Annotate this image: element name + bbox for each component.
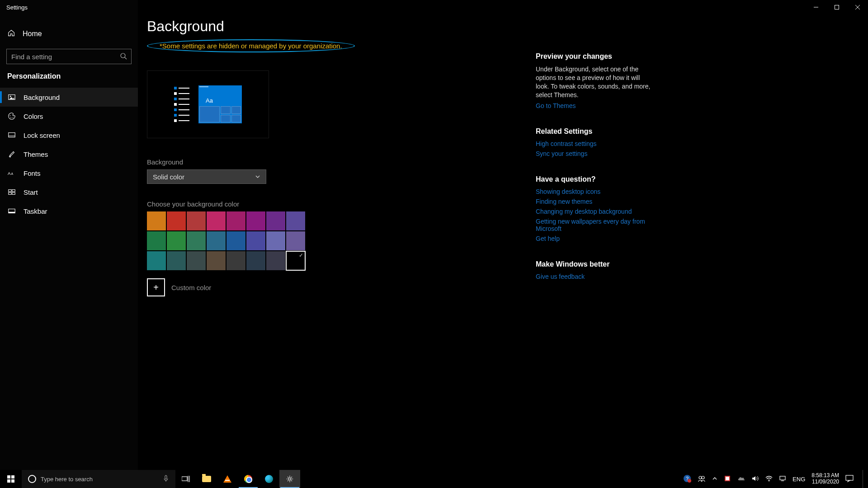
security-tray-icon[interactable]: [724, 475, 731, 483]
search-input[interactable]: [6, 49, 132, 64]
color-swatch[interactable]: [246, 211, 265, 230]
mic-icon[interactable]: [163, 475, 169, 483]
svg-point-33: [699, 476, 702, 479]
color-swatch[interactable]: [286, 211, 305, 230]
maximize-button[interactable]: [826, 0, 847, 14]
nav-label: Colors: [24, 113, 43, 120]
nav-label: Taskbar: [24, 207, 47, 215]
language-indicator[interactable]: ENG: [793, 476, 805, 483]
nav-item-taskbar[interactable]: Taskbar: [0, 202, 138, 221]
color-swatch[interactable]: [246, 231, 265, 250]
color-swatch[interactable]: [207, 251, 226, 270]
help-tray-icon[interactable]: ?: [683, 474, 691, 484]
custom-color-button[interactable]: +: [147, 278, 165, 296]
color-swatch[interactable]: [226, 211, 245, 230]
nav-item-colors[interactable]: Colors: [0, 107, 138, 126]
background-dropdown[interactable]: Solid color: [147, 169, 266, 184]
background-label: Background: [147, 158, 536, 166]
taskbar-clock[interactable]: 8:58:13 AM 11/09/2020: [811, 473, 839, 485]
color-swatch[interactable]: [147, 251, 166, 270]
main-area: Background *Some settings are hidden or …: [138, 0, 868, 470]
nav-item-lockscreen[interactable]: Lock screen: [0, 126, 138, 145]
nav-item-start[interactable]: Start: [0, 183, 138, 202]
color-swatch-grid: [147, 211, 305, 270]
help-link[interactable]: Get help: [536, 235, 653, 242]
color-swatch[interactable]: [286, 231, 305, 250]
window-title: Settings: [6, 4, 28, 11]
svg-rect-25: [165, 475, 167, 479]
svg-point-37: [769, 480, 769, 481]
color-swatch[interactable]: [207, 211, 226, 230]
svg-rect-20: [9, 212, 15, 213]
color-swatch[interactable]: [147, 231, 166, 250]
preview-text: Under Background, select one of the opti…: [536, 65, 653, 99]
color-swatch[interactable]: [286, 251, 305, 270]
feedback-link[interactable]: Give us feedback: [536, 273, 653, 280]
close-button[interactable]: [847, 0, 868, 14]
tray-chevron-icon[interactable]: [712, 476, 717, 483]
org-warning: *Some settings are hidden or managed by …: [147, 39, 355, 52]
svg-rect-21: [7, 475, 10, 479]
chrome-button[interactable]: [238, 470, 259, 488]
go-to-themes-link[interactable]: Go to Themes: [536, 102, 653, 109]
color-swatch[interactable]: [167, 231, 186, 250]
network-tray-icon[interactable]: [779, 475, 786, 483]
minimize-button[interactable]: [806, 0, 826, 14]
search-box[interactable]: [6, 49, 132, 64]
help-link[interactable]: Showing desktop icons: [536, 188, 653, 195]
svg-rect-36: [726, 477, 729, 480]
settings-button[interactable]: [279, 470, 300, 488]
people-tray-icon[interactable]: [698, 474, 706, 484]
chevron-down-icon: [255, 173, 260, 181]
svg-text:A: A: [11, 172, 14, 175]
home-button[interactable]: Home: [0, 24, 138, 43]
edge-icon: [265, 475, 273, 483]
page-title: Background: [147, 18, 536, 35]
volume-tray-icon[interactable]: [752, 475, 759, 483]
color-swatch[interactable]: [266, 211, 285, 230]
sync-settings-link[interactable]: Sync your settings: [536, 150, 653, 157]
action-center-icon[interactable]: [845, 475, 854, 483]
task-view-button[interactable]: [175, 470, 196, 488]
nav-item-themes[interactable]: Themes: [0, 145, 138, 164]
taskbar-search[interactable]: Type here to search: [22, 470, 175, 488]
color-swatch[interactable]: [167, 251, 186, 270]
nav-item-fonts[interactable]: AA Fonts: [0, 164, 138, 183]
nav-item-background[interactable]: Background: [0, 88, 138, 107]
wifi-tray-icon[interactable]: [765, 475, 773, 483]
show-desktop-button[interactable]: [863, 470, 865, 488]
color-swatch[interactable]: [246, 251, 265, 270]
nav-label: Fonts: [24, 169, 41, 177]
nav-label: Themes: [24, 150, 48, 158]
better-heading: Make Windows better: [536, 260, 653, 268]
svg-point-8: [10, 115, 11, 116]
edge-button[interactable]: [259, 470, 279, 488]
chrome-icon: [244, 475, 252, 483]
system-tray: ? ENG 8:58:13 AM 11/09/2020: [683, 470, 868, 488]
svg-point-4: [121, 53, 125, 58]
help-link[interactable]: Changing my desktop background: [536, 208, 653, 215]
help-link[interactable]: Finding new themes: [536, 198, 653, 205]
start-button[interactable]: [0, 470, 22, 488]
vlc-button[interactable]: [217, 470, 238, 488]
custom-color-label: Custom color: [171, 284, 211, 291]
svg-rect-18: [12, 192, 15, 195]
onedrive-tray-icon[interactable]: [737, 476, 745, 483]
picture-icon: [7, 93, 16, 101]
high-contrast-link[interactable]: High contrast settings: [536, 140, 653, 147]
color-swatch[interactable]: [207, 231, 226, 250]
color-swatch[interactable]: [266, 251, 285, 270]
color-swatch[interactable]: [226, 231, 245, 250]
color-swatch[interactable]: [167, 211, 186, 230]
help-link[interactable]: Getting new wallpapers every day from Mi…: [536, 218, 653, 232]
svg-rect-22: [11, 475, 14, 479]
color-swatch[interactable]: [187, 211, 206, 230]
color-swatch[interactable]: [187, 251, 206, 270]
color-swatch[interactable]: [226, 251, 245, 270]
nav-label: Lock screen: [24, 131, 60, 139]
color-swatch[interactable]: [147, 211, 166, 230]
home-icon: [7, 29, 15, 39]
file-explorer-button[interactable]: [196, 470, 217, 488]
color-swatch[interactable]: [187, 231, 206, 250]
color-swatch[interactable]: [266, 231, 285, 250]
